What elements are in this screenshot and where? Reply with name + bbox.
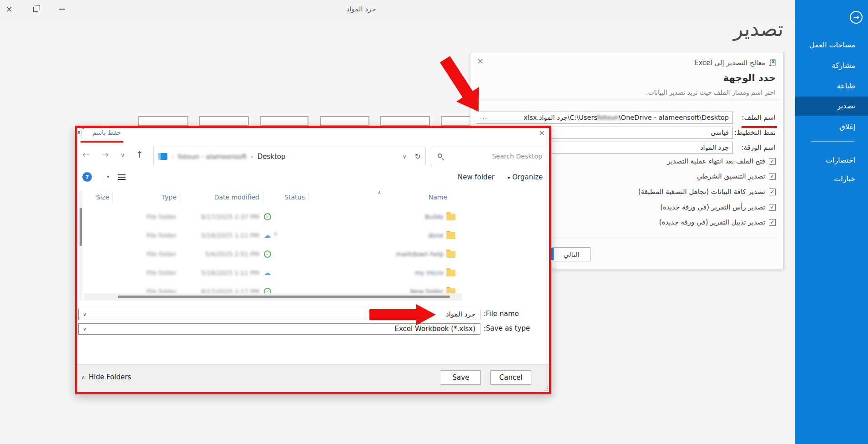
dropdown-icon: ▾ [508,175,510,180]
status-cloud-icon: ☁ [264,269,271,276]
sidebar-item-workspaces[interactable]: مساحات العمل [795,37,868,53]
search-placeholder: Search Desktop [492,147,542,166]
nav-back-button[interactable]: ← [82,150,90,159]
column-divider[interactable] [180,191,180,203]
sidebar-item-export[interactable]: تصدير [795,97,868,116]
checkbox-open-after-export[interactable]: ✓ فتح الملف بعد انتهاء عملية التصدير [667,156,776,166]
checkbox-export-all-data[interactable]: ✓ تصدير كافة البيانات (تجاهل التصفية الم… [638,187,776,197]
divider [475,101,778,101]
checkbox-icon[interactable]: ✓ [769,219,776,226]
column-header-type[interactable]: Type [122,190,177,204]
refresh-button[interactable]: ↻ [415,152,421,161]
breadcrumb-dropdown[interactable]: ∨ [403,153,407,160]
folder-location-icon [158,153,167,160]
file-row[interactable]: File folder 8/17/2025 2:37 PM ✓ Builds [84,208,462,226]
file-list: ∧ Size Type Date modified Status Name Fi… [84,190,462,301]
checkbox-export-report-footer[interactable]: ✓ تصدير تذييل التقرير (في ورقة جديدة) [659,217,776,227]
checkbox-icon[interactable]: ✓ [769,189,776,195]
background-table-cell [380,116,430,126]
breadcrumb-user-folder[interactable]: fotoun - alameensoft [178,153,247,160]
export-dialog-close-button[interactable]: × [477,56,484,66]
back-icon: ← [82,149,90,159]
vertical-scrollbar-thumb[interactable] [80,208,82,246]
column-header-status[interactable]: Status [268,190,305,204]
search-icon [438,153,442,158]
organize-button[interactable]: ▾Organize [508,173,543,181]
file-row[interactable]: File folder 5/18/2025 1:11 PM ☁ my micro [84,264,462,282]
save-dialog-close-button[interactable]: × [536,128,547,138]
status-synced-icon: ✓ [264,213,271,220]
column-header-date-modified[interactable]: Date modified [187,190,259,204]
hide-folders-button[interactable]: ∧ Hide Folders [81,373,131,381]
save-button[interactable]: Save [441,370,481,385]
up-icon: ↑ [136,149,143,159]
column-divider[interactable] [308,191,309,203]
column-header-name[interactable]: Name [338,190,447,204]
background-table-cell [138,116,188,126]
new-folder-button[interactable]: New folder [458,173,495,181]
save-as-type-label: Save as type: [484,324,530,332]
column-header-row: ∧ Size Type Date modified Status Name [84,190,462,204]
chevron-down-icon: ∨ [83,309,86,320]
browse-button[interactable]: ... [480,112,487,122]
status-badge: R [274,232,277,237]
sidebar-item-options[interactable]: خيارات [795,171,868,187]
next-button[interactable]: التالي [552,247,590,261]
refresh-icon: ↻ [415,152,421,161]
sidebar-item-share[interactable]: مشاركة [795,57,868,74]
file-row[interactable]: File folder 5/4/2025 2:51 PM ✓ markdown … [84,245,462,264]
sidebar-back-button[interactable]: → [850,11,863,24]
status-synced-icon: ✓ [264,250,271,258]
search-input[interactable]: Search Desktop [431,147,548,166]
annotation-underline-title [81,141,123,143]
checkbox-conditional-formatting[interactable]: ✓ تصدير التنسيق الشرطي [697,171,776,181]
cancel-button[interactable]: Cancel [490,370,531,385]
checkbox-icon[interactable]: ✓ [769,173,776,180]
checkbox-icon[interactable]: ✓ [769,204,776,211]
forward-icon: → [101,149,109,159]
restore-icon [33,7,38,12]
folder-icon [446,232,455,239]
column-divider[interactable] [263,191,263,203]
dropdown-icon: ▾ [107,174,109,179]
status-cloud-icon: ☁ [264,232,271,239]
window-close-button[interactable]: × [0,0,18,18]
file-name-value: جرد المواد [446,309,475,320]
sidebar-item-close[interactable]: إغلاق [795,119,868,135]
breadcrumb-location[interactable]: Desktop [257,153,286,161]
column-header-size[interactable]: Size [85,190,109,204]
resize-grip[interactable] [544,386,548,391]
nav-forward-button[interactable]: → [101,150,109,159]
window-title: جرد المواد [0,0,722,18]
file-row[interactable]: File folder 5/18/2025 1:11 PM ☁ R done [84,226,462,245]
help-button[interactable]: ? [82,172,92,182]
window-restore-button[interactable] [26,0,45,18]
window-minimize-button[interactable] [53,0,71,18]
minimize-icon [59,9,65,10]
breadcrumb[interactable]: › fotoun - alameensoft › Desktop ∨ ↻ [153,147,426,166]
arrow-right-icon: → [853,13,859,21]
background-table-cell [320,116,369,126]
checkbox-icon[interactable]: ✓ [769,158,776,165]
nav-up-button[interactable]: ↑ [136,150,143,159]
background-table-cell [260,116,308,126]
annotation-underline-file-name [742,126,777,128]
change-view-button[interactable] [118,174,126,180]
file-path-field[interactable]: ... xlsx.جرد المواد\C:\Usersfotoun\OneDr… [476,112,733,124]
page-title: تصدير [733,17,783,41]
background-table-cell [199,116,249,126]
chevron-up-icon: ∧ [81,374,85,380]
nav-recent-dropdown[interactable]: ∨ [121,152,125,158]
breadcrumb-separator: › [251,153,253,160]
blurred-username: fotoun [597,114,619,121]
close-icon: × [6,5,12,14]
column-divider[interactable] [112,191,113,203]
sidebar-item-print[interactable]: طباعة [795,78,868,94]
export-dialog-title: معالج التصدير إلى Excel [694,59,765,67]
file-name-input[interactable]: ∨ جرد المواد [78,309,480,320]
sidebar-item-shortcuts[interactable]: اختصارات [795,152,868,168]
horizontal-scrollbar-thumb[interactable] [118,296,450,298]
save-as-type-select[interactable]: ∨ Excel Workbook (*.xlsx) [78,323,480,335]
help-dropdown[interactable]: ▾ [107,174,109,179]
checkbox-export-report-header[interactable]: ✓ تصدير رأس التقرير (في ورقة جديدة) [660,202,776,212]
